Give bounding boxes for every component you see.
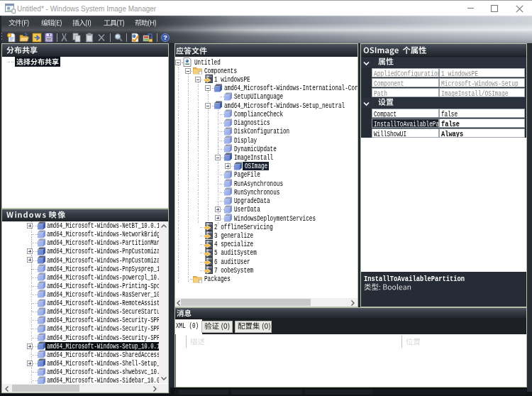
svg-text:?: ? [163, 33, 167, 41]
